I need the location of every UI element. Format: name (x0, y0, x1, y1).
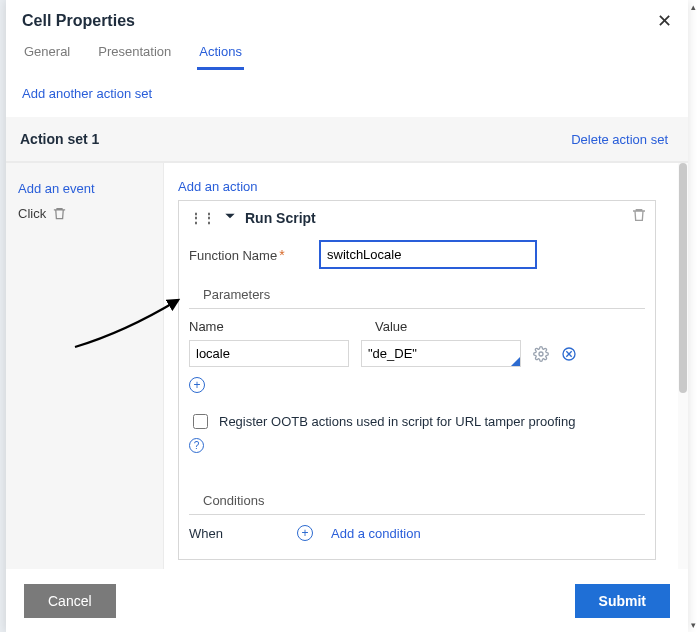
add-action-set-link[interactable]: Add another action set (6, 70, 688, 117)
param-table-header: Name Value (189, 319, 645, 334)
action-set-header: Action set 1 Delete action set (6, 117, 688, 162)
events-sidebar: Add an event Click (6, 163, 164, 569)
delete-action-icon[interactable] (631, 207, 647, 226)
required-asterisk-icon: * (279, 247, 284, 263)
cell-properties-dialog: Cell Properties ✕ General Presentation A… (6, 0, 688, 632)
event-click-row[interactable]: Click (18, 206, 151, 221)
action-run-script-card: ⋮⋮ Run Script Function Name* (178, 200, 656, 560)
tab-presentation[interactable]: Presentation (96, 36, 173, 70)
chevron-down-icon[interactable] (223, 209, 237, 226)
tab-actions[interactable]: Actions (197, 36, 244, 70)
divider (189, 308, 645, 309)
delete-event-icon[interactable] (52, 206, 67, 221)
event-click-label: Click (18, 206, 46, 221)
function-name-label: Function Name* (189, 247, 309, 263)
cancel-button[interactable]: Cancel (24, 584, 116, 618)
param-row (189, 340, 645, 367)
param-value-input[interactable] (361, 340, 521, 367)
add-param-icon[interactable]: + (189, 377, 205, 393)
conditions-heading: Conditions (203, 493, 645, 508)
actions-panel: Add an action ⋮⋮ Run Script (164, 163, 688, 569)
close-icon[interactable]: ✕ (657, 12, 672, 30)
param-name-input[interactable] (189, 340, 349, 367)
page-scrollbar[interactable]: ▴ ▾ (688, 0, 697, 632)
add-action-link[interactable]: Add an action (178, 179, 656, 194)
dialog-footer: Cancel Submit (6, 569, 688, 632)
actions-scrollbar[interactable] (678, 163, 688, 569)
tab-general[interactable]: General (22, 36, 72, 70)
scrollbar-thumb[interactable] (679, 163, 687, 393)
drag-handle-icon[interactable]: ⋮⋮ (189, 210, 215, 226)
param-header-value: Value (375, 319, 407, 334)
add-event-link[interactable]: Add an event (18, 181, 151, 196)
action-title: Run Script (245, 210, 316, 226)
dialog-title: Cell Properties (22, 12, 135, 30)
param-settings-icon[interactable] (533, 346, 549, 362)
scroll-down-caret[interactable]: ▾ (691, 620, 696, 630)
register-ootb-checkbox[interactable] (193, 414, 208, 429)
submit-button[interactable]: Submit (575, 584, 670, 618)
param-header-name: Name (189, 319, 357, 334)
add-condition-icon[interactable]: + (297, 525, 313, 541)
when-label: When (189, 526, 279, 541)
divider (189, 514, 645, 515)
parameters-heading: Parameters (203, 287, 645, 302)
function-name-input[interactable] (319, 240, 537, 269)
action-set-title: Action set 1 (20, 131, 99, 147)
svg-point-0 (539, 352, 543, 356)
add-condition-link[interactable]: Add a condition (331, 526, 421, 541)
help-icon[interactable]: ? (189, 438, 204, 453)
register-ootb-label: Register OOTB actions used in script for… (219, 414, 575, 429)
remove-param-icon[interactable] (561, 346, 577, 362)
scroll-up-caret[interactable]: ▴ (691, 2, 696, 12)
dialog-tabs: General Presentation Actions (6, 36, 688, 70)
delete-action-set-link[interactable]: Delete action set (571, 132, 668, 147)
